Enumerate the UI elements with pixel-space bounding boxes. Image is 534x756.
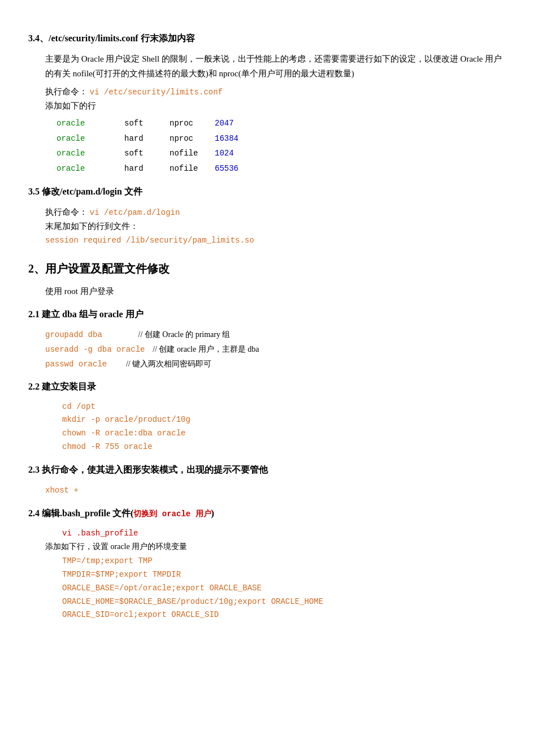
section-35-append-label: 末尾加如下的行到文件： <box>45 219 506 234</box>
cmd-mkdir: mkdir -p oracle/product/10g <box>62 413 506 427</box>
section-24-cmds: vi .bash_profile 添加如下行，设置 oracle 用户的环境变量… <box>45 527 506 623</box>
cmd-line-groupadd: groupadd dba // 创建 Oracle 的 primary 组 <box>45 327 506 342</box>
col-param-1: nproc <box>170 116 215 131</box>
section-21-title: 2.1 建立 dba 组与 oracle 用户 <box>28 306 506 322</box>
section-23-title: 2.3 执行命令，使其进入图形安装模式，出现的提示不要管他 <box>28 462 506 477</box>
table-row: oracle soft nofile 1024 <box>57 146 506 161</box>
section-34: 3.4、/etc/security/limits.conf 行末添加内容 主要是… <box>28 31 506 176</box>
col-val-1: 2047 <box>215 116 260 131</box>
table-row: oracle hard nofile 65536 <box>57 161 506 176</box>
section-35: 3.5 修改/etc/pam.d/login 文件 执行命令： vi /etc/… <box>28 184 506 247</box>
cmd-label-35: 执行命令： <box>45 208 88 217</box>
cmd-oracle-base: ORACLE_BASE=/opt/oracle;export ORACLE_BA… <box>62 582 506 595</box>
cmd-tmp: TMP=/tmp;export TMP <box>62 555 506 568</box>
cmd-oracle-home: ORACLE_HOME=$ORACLE_BASE/product/10g;exp… <box>62 595 506 609</box>
cmd-useradd: useradd -g dba oracle <box>45 345 145 354</box>
cmd-cd: cd /opt <box>62 400 506 414</box>
section-24-title: 2.4 编辑.bash_profile 文件(切换到 oracle 用户) <box>28 506 506 521</box>
section-22-cmds: cd /opt mkdir -p oracle/product/10g chow… <box>45 400 506 454</box>
col-name-2: oracle <box>57 131 124 146</box>
cmd-tmpdir: TMPDIR=$TMP;export TMPDIR <box>62 568 506 582</box>
cmd-groupadd-comment: // 创建 Oracle 的 primary 组 <box>138 330 231 339</box>
col-name-3: oracle <box>57 146 124 161</box>
cmd-xhost: xhost + <box>45 486 79 495</box>
section-34-add-label: 添加如下的行 <box>45 99 506 114</box>
section-23: 2.3 执行命令，使其进入图形安装模式，出现的提示不要管他 xhost + <box>28 462 506 498</box>
section-24-title-mid: 切换到 oracle 用户 <box>133 509 211 519</box>
col-name-1: oracle <box>57 116 124 131</box>
section-35-append-cmd: session required /lib/security/pam_limit… <box>45 234 506 248</box>
section-24: 2.4 编辑.bash_profile 文件(切换到 oracle 用户) vi… <box>28 506 506 622</box>
col-param-3: nofile <box>170 146 215 161</box>
col-type-3: soft <box>124 146 170 161</box>
section-35-cmd-line: 执行命令： vi /etc/pam.d/login <box>45 205 506 220</box>
cmd-groupadd: groupadd dba <box>45 330 102 339</box>
section-2: 2、用户设置及配置文件修改 使用 root 用户登录 <box>28 259 506 299</box>
cmd-line-useradd: useradd -g dba oracle // 创建 oracle 用户，主群… <box>45 342 506 357</box>
col-param-4: nofile <box>170 161 215 176</box>
section-22: 2.2 建立安装目录 cd /opt mkdir -p oracle/produ… <box>28 379 506 453</box>
col-val-2: 16384 <box>215 131 260 146</box>
cmd-oracle-sid: ORACLE_SID=orcl;export ORACLE_SID <box>62 608 506 622</box>
col-name-4: oracle <box>57 161 124 176</box>
section-23-cmd: xhost + <box>45 483 506 498</box>
cmd-35: vi /etc/pam.d/login <box>90 208 180 217</box>
section-2-title: 2、用户设置及配置文件修改 <box>28 259 506 278</box>
section-24-note: 添加如下行，设置 oracle 用户的环境变量 <box>45 540 506 554</box>
section-24-title-before: 2.4 编辑.bash_profile 文件( <box>28 508 133 518</box>
table-row: oracle soft nproc 2047 <box>57 116 506 131</box>
cmd-passwd-comment: // 键入两次相同密码即可 <box>126 360 211 368</box>
col-type-4: hard <box>124 161 170 176</box>
section-21: 2.1 建立 dba 组与 oracle 用户 groupadd dba // … <box>28 306 506 371</box>
section-24-title-after: ) <box>211 508 214 518</box>
cmd-chown: chown -R oracle:dba oracle <box>62 427 506 440</box>
cmd-label-34: 执行命令： <box>45 87 88 96</box>
col-type-2: hard <box>124 131 170 146</box>
cmd-passwd: passwd oracle <box>45 360 107 369</box>
table-row: oracle hard nproc 16384 <box>57 131 506 146</box>
section-21-cmds: groupadd dba // 创建 Oracle 的 primary 组 us… <box>45 327 506 371</box>
cmd-line-passwd: passwd oracle // 键入两次相同密码即可 <box>45 357 506 371</box>
col-val-3: 1024 <box>215 146 260 161</box>
cmd-vi-bash: vi .bash_profile <box>62 527 506 541</box>
col-val-4: 65536 <box>215 161 260 176</box>
section-22-title: 2.2 建立安装目录 <box>28 379 506 394</box>
section-2-use-root: 使用 root 用户登录 <box>45 284 506 299</box>
section-34-para: 主要是为 Oracle 用户设定 Shell 的限制，一般来说，出于性能上的考虑… <box>45 51 506 81</box>
section-34-title: 3.4、/etc/security/limits.conf 行末添加内容 <box>28 31 506 46</box>
limits-table: oracle soft nproc 2047 oracle hard nproc… <box>57 116 506 176</box>
section-34-cmd-label: 执行命令： vi /etc/security/limits.conf <box>45 85 506 100</box>
cmd-chmod: chmod -R 755 oracle <box>62 440 506 454</box>
col-type-1: soft <box>124 116 170 131</box>
cmd-useradd-comment: // 创建 oracle 用户，主群是 dba <box>153 345 259 353</box>
section-35-title: 3.5 修改/etc/pam.d/login 文件 <box>28 184 506 199</box>
col-param-2: nproc <box>170 131 215 146</box>
cmd-34: vi /etc/security/limits.conf <box>90 88 223 97</box>
